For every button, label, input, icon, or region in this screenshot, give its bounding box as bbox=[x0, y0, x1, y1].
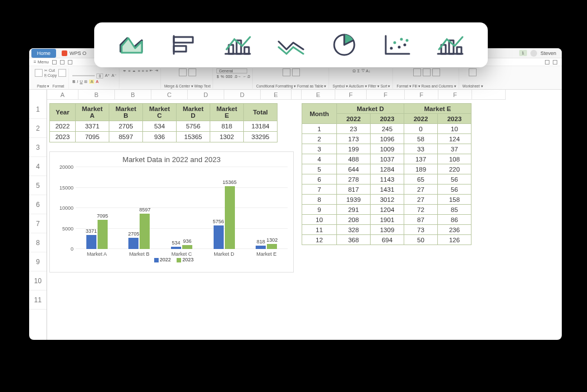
notification-badge[interactable]: 1 bbox=[519, 50, 527, 56]
row-header[interactable]: 7 bbox=[29, 214, 47, 233]
cell[interactable]: 85 bbox=[438, 205, 472, 215]
cell[interactable]: 87 bbox=[404, 215, 438, 225]
th-md[interactable]: Market D bbox=[177, 104, 210, 121]
col-header[interactable]: E bbox=[302, 90, 335, 100]
row-header[interactable]: 8 bbox=[29, 233, 47, 252]
cell[interactable]: 158 bbox=[438, 195, 472, 205]
cell[interactable]: 23 bbox=[337, 124, 371, 134]
grow-font-icon[interactable]: A⁺ bbox=[105, 73, 110, 78]
th-total[interactable]: Total bbox=[244, 104, 278, 121]
col-header[interactable]: F bbox=[367, 90, 405, 100]
col-header[interactable]: F bbox=[405, 90, 438, 100]
tab-home[interactable]: Home bbox=[31, 49, 56, 58]
currency-icon[interactable]: $ bbox=[216, 75, 219, 79]
summary-table[interactable]: Year Market A Market B Market C Market D… bbox=[49, 103, 278, 142]
cell[interactable]: 173 bbox=[337, 134, 371, 144]
border-button[interactable]: ⊞ bbox=[84, 80, 87, 84]
th-me[interactable]: Market E bbox=[210, 104, 244, 121]
cell[interactable]: 124 bbox=[438, 134, 472, 144]
cell[interactable]: 9 bbox=[302, 205, 337, 215]
row-header[interactable]: 3 bbox=[29, 138, 47, 157]
cell[interactable]: 694 bbox=[371, 235, 404, 245]
th-market-d[interactable]: Market D bbox=[337, 104, 404, 114]
cell[interactable]: 1204 bbox=[371, 205, 404, 215]
col-header[interactable]: E bbox=[261, 90, 292, 100]
align-right-icon[interactable]: ≡ bbox=[146, 69, 148, 73]
menu-button[interactable]: ≡ Menu bbox=[34, 59, 49, 64]
italic-button[interactable]: I bbox=[77, 80, 78, 84]
filter-button[interactable]: ▽ bbox=[362, 68, 364, 73]
tab-document[interactable]: WPS O bbox=[58, 50, 90, 56]
line-chart-icon[interactable] bbox=[274, 31, 308, 58]
cell[interactable]: 65 bbox=[404, 174, 438, 185]
cell[interactable]: 1009 bbox=[371, 144, 404, 154]
row-header[interactable]: 5 bbox=[29, 176, 47, 195]
col-header[interactable]: A bbox=[47, 90, 78, 100]
cut-button[interactable]: ✂ Cut bbox=[44, 68, 57, 73]
cell[interactable]: 13184 bbox=[244, 121, 278, 132]
cell[interactable]: 1939 bbox=[337, 195, 371, 205]
sort-button[interactable]: A↓ bbox=[366, 69, 371, 73]
cell[interactable]: 1096 bbox=[371, 134, 404, 144]
stock-chart-icon[interactable] bbox=[433, 31, 467, 58]
th-2022[interactable]: 2022 bbox=[404, 114, 438, 124]
col-header[interactable]: D bbox=[188, 90, 224, 100]
row-header[interactable]: 9 bbox=[29, 252, 47, 271]
cell[interactable]: 1037 bbox=[371, 154, 404, 164]
cell[interactable]: 56 bbox=[438, 185, 472, 195]
conditional-formatting-icon[interactable] bbox=[283, 68, 290, 76]
fill-icon[interactable] bbox=[423, 68, 431, 76]
row-header[interactable]: 4 bbox=[29, 157, 47, 176]
row-header[interactable]: 6 bbox=[29, 195, 47, 214]
monthly-table[interactable]: Month Market D Market E 2022 2023 2022 2… bbox=[302, 103, 472, 245]
cell[interactable]: 1302 bbox=[210, 132, 244, 142]
cell[interactable]: 3012 bbox=[371, 195, 404, 205]
cell[interactable]: 126 bbox=[438, 235, 472, 245]
cell[interactable]: 236 bbox=[438, 225, 472, 235]
cell[interactable]: 7 bbox=[302, 185, 337, 195]
cell[interactable]: 3 bbox=[302, 144, 337, 154]
cell[interactable]: 368 bbox=[337, 235, 371, 245]
cell[interactable]: 8 bbox=[302, 195, 337, 205]
th-mb[interactable]: Market B bbox=[109, 104, 143, 121]
font-size[interactable]: 8 bbox=[96, 73, 103, 79]
user-avatar[interactable] bbox=[530, 50, 537, 57]
cell[interactable]: 1 bbox=[302, 124, 337, 134]
cell[interactable]: 0 bbox=[404, 124, 438, 134]
cell[interactable]: 58 bbox=[404, 134, 438, 144]
format-painter-icon[interactable] bbox=[58, 69, 66, 77]
th-2023[interactable]: 2023 bbox=[371, 114, 404, 124]
cell[interactable]: 189 bbox=[404, 164, 438, 174]
cell[interactable]: 199 bbox=[337, 144, 371, 154]
col-header[interactable]: D bbox=[224, 90, 261, 100]
cell[interactable]: 2022 bbox=[50, 121, 76, 132]
cell[interactable]: 936 bbox=[143, 132, 177, 142]
font-family[interactable] bbox=[72, 75, 95, 76]
pie-chart-icon[interactable] bbox=[327, 31, 361, 58]
cell[interactable]: 328 bbox=[337, 225, 371, 235]
cell[interactable]: 818 bbox=[210, 121, 244, 132]
cell[interactable]: 56 bbox=[438, 174, 472, 185]
cell[interactable]: 37 bbox=[438, 144, 472, 154]
decrease-decimal-icon[interactable]: ←.0 bbox=[243, 75, 250, 79]
cell[interactable]: 108 bbox=[438, 154, 472, 164]
cell[interactable]: 1143 bbox=[371, 174, 404, 185]
cell[interactable]: 73 bbox=[404, 225, 438, 235]
th-year[interactable]: Year bbox=[50, 104, 76, 121]
cell[interactable]: 1309 bbox=[371, 225, 404, 235]
cell[interactable]: 2 bbox=[302, 134, 337, 144]
row-header[interactable]: 10 bbox=[29, 271, 47, 290]
cell[interactable]: 208 bbox=[337, 215, 371, 225]
align-bottom-icon[interactable]: ⫨ bbox=[132, 69, 136, 73]
cell[interactable]: 817 bbox=[337, 185, 371, 195]
cell[interactable]: 488 bbox=[337, 154, 371, 164]
indent-increase-icon[interactable]: ⇥ bbox=[155, 68, 158, 73]
cell[interactable]: 3371 bbox=[76, 121, 109, 132]
cell[interactable]: 86 bbox=[438, 215, 472, 225]
percent-icon[interactable]: % bbox=[220, 75, 224, 79]
col-header[interactable]: B bbox=[115, 90, 151, 100]
scatter-chart-icon[interactable] bbox=[380, 31, 414, 58]
bold-button[interactable]: B bbox=[72, 80, 75, 84]
align-left-icon[interactable]: ≡ bbox=[138, 69, 140, 73]
th-market-e[interactable]: Market E bbox=[404, 104, 472, 114]
